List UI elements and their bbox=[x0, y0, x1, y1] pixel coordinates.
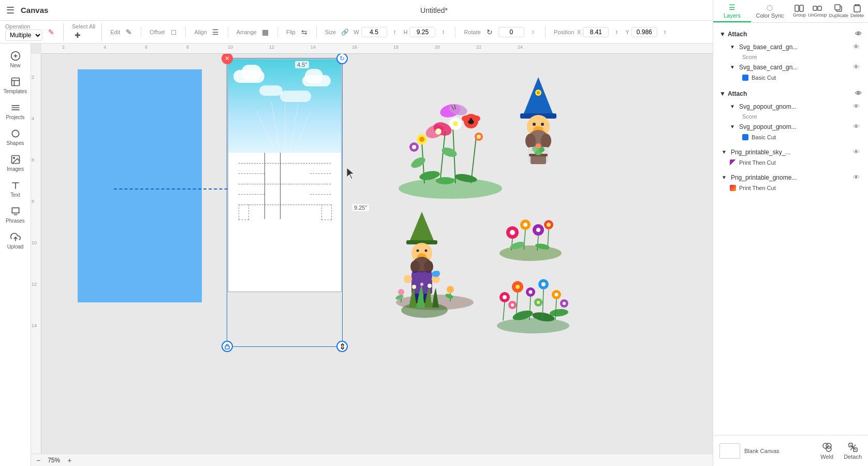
layer-svg-popout-2[interactable]: ▼ Svg_popout_gnom... 👁 bbox=[726, 121, 864, 133]
color-sync-icon: ◌ bbox=[767, 3, 773, 11]
attach-header-1[interactable]: ▼ Attach 👁 bbox=[717, 27, 864, 41]
rotate-stepper[interactable]: ↕ bbox=[527, 26, 539, 38]
layer-svg-popout-1[interactable]: ▼ Svg_popout_gnom... 👁 bbox=[726, 100, 864, 112]
bush-svg bbox=[492, 266, 575, 333]
svg-marker-61 bbox=[409, 212, 435, 243]
score-label-2: Score bbox=[742, 112, 864, 121]
resize-handle[interactable]: ⇕ bbox=[336, 341, 348, 352]
size-w-input[interactable] bbox=[361, 27, 387, 37]
layer-eye-1[interactable]: 👁 bbox=[853, 43, 860, 51]
cut-line-v2 bbox=[280, 153, 281, 219]
layer-collapse-icon: ▼ bbox=[730, 124, 735, 129]
attach-collapse-icon-2: ▼ bbox=[719, 90, 726, 97]
duplicate-button[interactable]: Duplicate bbox=[829, 4, 848, 18]
attach-header-2[interactable]: ▼ Attach 👁 bbox=[717, 86, 864, 100]
group-button[interactable]: Group bbox=[793, 5, 806, 18]
align-icon[interactable]: ☰ bbox=[210, 26, 222, 38]
select-all-icon[interactable]: ✚ bbox=[72, 30, 83, 41]
grass-clump-1[interactable] bbox=[399, 276, 450, 318]
sidebar-item-text[interactable]: Text bbox=[2, 177, 30, 201]
size-h-stepper[interactable]: ↕ bbox=[437, 26, 449, 38]
ruler-left: 2 4 6 8 10 12 14 bbox=[31, 54, 41, 456]
h-connector-4 bbox=[310, 194, 331, 195]
rotate-icon[interactable]: ↻ bbox=[484, 26, 495, 38]
operation-group: Operation Multiple ✎ bbox=[5, 23, 64, 41]
svg-point-48 bbox=[533, 123, 536, 126]
layer-png-gnome[interactable]: ▼ Png_printable_gnome... 👁 bbox=[717, 171, 864, 183]
link-icon[interactable]: 🔗 bbox=[339, 26, 350, 38]
blank-canvas-section: Blank Canvas bbox=[719, 443, 779, 459]
flower-patch-mid[interactable] bbox=[497, 204, 564, 261]
sidebar-item-projects[interactable]: Projects bbox=[2, 99, 30, 123]
arrange-icon[interactable]: ▦ bbox=[260, 26, 271, 38]
ungroup-icon bbox=[813, 5, 822, 12]
gnome-svg bbox=[512, 75, 564, 168]
sidebar-item-images[interactable]: Images bbox=[2, 151, 30, 175]
svg-point-113 bbox=[541, 282, 546, 286]
svg-point-51 bbox=[525, 134, 536, 148]
delete-button[interactable]: Delete bbox=[850, 4, 864, 18]
layer-svg-base-card-1[interactable]: ▼ Svg_base_card_gn... 👁 bbox=[726, 41, 864, 53]
text-icon bbox=[10, 180, 21, 191]
menu-icon[interactable]: ☰ bbox=[6, 5, 14, 16]
layer-eye-6[interactable]: 👁 bbox=[853, 173, 860, 181]
flower-bush-right[interactable] bbox=[492, 266, 575, 333]
tab-layers[interactable]: ☰ Layers bbox=[713, 0, 751, 22]
ruler-tick: 4 bbox=[104, 43, 106, 50]
pen-icon[interactable]: ✎ bbox=[46, 26, 57, 38]
layer-eye-5[interactable]: 👁 bbox=[853, 148, 860, 156]
svg-point-74 bbox=[436, 271, 439, 274]
ruler-tick: 2 bbox=[62, 43, 65, 50]
svg-point-144 bbox=[826, 443, 831, 448]
sidebar-item-templates[interactable]: Templates bbox=[2, 74, 30, 97]
operation-select[interactable]: Multiple bbox=[5, 30, 42, 41]
ungroup-button[interactable]: UnGroup bbox=[808, 5, 827, 18]
layer-eye-2[interactable]: 👁 bbox=[853, 63, 860, 71]
pos-y-stepper[interactable]: ↕ bbox=[659, 26, 671, 38]
popup-card[interactable] bbox=[228, 59, 342, 292]
svg-point-25 bbox=[462, 115, 470, 122]
sidebar-item-shapes[interactable]: Shapes bbox=[2, 125, 30, 149]
tab-color-sync[interactable]: ◌ Color Sync bbox=[751, 0, 789, 22]
weld-button[interactable]: Weld bbox=[820, 442, 833, 460]
layer-svg-base-card-2[interactable]: ▼ Svg_base_card_gn... 👁 bbox=[726, 61, 864, 73]
offset-icon[interactable]: □ bbox=[168, 26, 179, 38]
attach-visibility-2[interactable]: 👁 bbox=[855, 90, 862, 97]
sidebar-item-phrases[interactable]: Phrases bbox=[2, 203, 30, 227]
rotate-input[interactable] bbox=[498, 27, 524, 37]
right-panel: ☰ Layers ◌ Color Sync Group U bbox=[713, 0, 868, 466]
svg-rect-137 bbox=[835, 5, 840, 10]
blue-rectangle[interactable] bbox=[78, 69, 202, 302]
pos-x-stepper[interactable]: ↕ bbox=[611, 26, 622, 38]
edit-group: Edit ✎ bbox=[110, 26, 141, 38]
svg-point-22 bbox=[435, 128, 442, 135]
layer-eye-4[interactable]: 👁 bbox=[853, 123, 860, 130]
attach-visibility-1[interactable]: 👁 bbox=[855, 30, 862, 38]
move-handle[interactable] bbox=[222, 341, 233, 352]
svg-point-45 bbox=[537, 91, 540, 94]
size-h-group: H ↕ bbox=[404, 26, 449, 38]
zoom-in-button[interactable]: + bbox=[67, 456, 71, 464]
png-gnome-section: ▼ Png_printable_gnome... 👁 Print Then Cu… bbox=[717, 171, 864, 193]
size-h-input[interactable] bbox=[409, 27, 435, 37]
sidebar-item-upload[interactable]: Upload bbox=[2, 229, 30, 253]
layer-png-sky[interactable]: ▼ Png_printable_sky_... 👁 bbox=[717, 146, 864, 158]
gnome-figure[interactable] bbox=[512, 75, 564, 168]
edit-icon[interactable]: ✎ bbox=[123, 26, 135, 38]
offset-group: Offset □ bbox=[150, 26, 186, 38]
flip-icon[interactable]: ⇆ bbox=[299, 26, 310, 38]
pos-y-input[interactable] bbox=[631, 27, 657, 37]
pos-x-input[interactable] bbox=[583, 27, 609, 37]
zoom-out-button[interactable]: − bbox=[36, 456, 40, 464]
align-group: Align ☰ bbox=[194, 26, 228, 38]
svg-point-90 bbox=[523, 223, 527, 227]
detach-button[interactable]: Detach bbox=[844, 442, 862, 460]
flower-patch-large[interactable] bbox=[393, 80, 507, 199]
score-label-1: Score bbox=[742, 53, 864, 61]
layer-eye-3[interactable]: 👁 bbox=[853, 103, 860, 110]
size-w-stepper[interactable]: ↕ bbox=[389, 26, 401, 38]
layer-collapse-icon: ▼ bbox=[730, 64, 735, 70]
h-connector-3 bbox=[239, 194, 264, 195]
sidebar-item-new[interactable]: New bbox=[2, 48, 30, 71]
svg-point-49 bbox=[541, 123, 544, 126]
